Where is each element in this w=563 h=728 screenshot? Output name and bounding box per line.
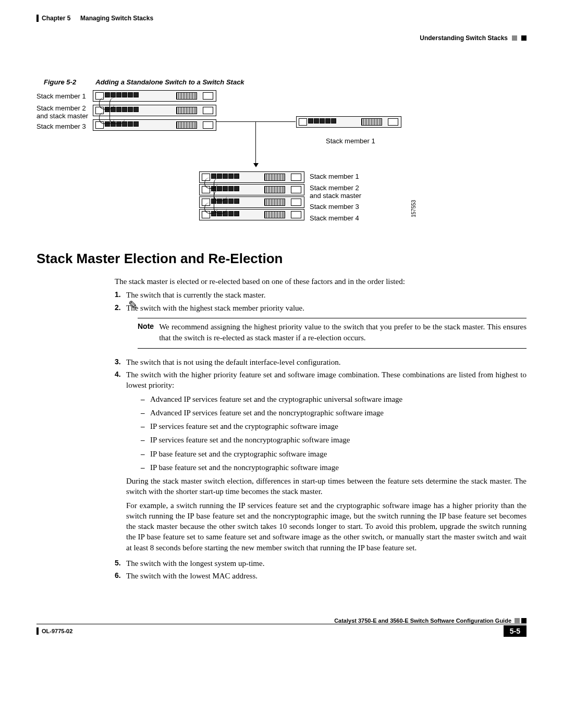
- label-bottom-1: Stack member 1: [310, 172, 359, 180]
- note-pencil-icon: ✎: [128, 298, 527, 313]
- label-bottom-2b: and stack master: [310, 192, 361, 200]
- dash-item: –Advanced IP services feature set and th…: [141, 408, 527, 418]
- arrow-down-icon: [253, 163, 259, 167]
- dash-item: –IP base feature set and the noncryptogr…: [141, 462, 527, 473]
- drawing-id: 157553: [411, 200, 417, 217]
- intro-paragraph: The stack master is elected or re-electe…: [115, 276, 527, 287]
- header-square-light: [512, 35, 517, 41]
- list-item: 2. The switch with the highest stack mem…: [115, 303, 527, 349]
- label-stack-member-1-left: Stack member 1: [36, 92, 86, 100]
- note-block: Note We recommend assigning the highest …: [138, 318, 527, 343]
- page-footer: Catalyst 3750-E and 3560-E Switch Softwa…: [36, 618, 527, 637]
- paragraph: For example, a switch running the IP ser…: [126, 500, 527, 553]
- header-square-dark: [521, 35, 527, 41]
- chapter-number: Chapter 5: [42, 15, 70, 22]
- label-bottom-4: Stack member 4: [310, 214, 359, 222]
- diagram-line-h: [216, 121, 296, 122]
- paragraph: During the stack master switch election,…: [126, 476, 527, 497]
- section-title: Understanding Switch Stacks: [420, 34, 508, 42]
- header-rule-left: [36, 15, 39, 22]
- footer-square-dark: [521, 618, 527, 623]
- label-standalone: Stack member 1: [326, 137, 375, 145]
- list-text: The switch that is not using the default…: [126, 357, 527, 367]
- footer-rule-left: [36, 627, 39, 635]
- note-text: We recommend assigning the highest prior…: [159, 322, 527, 343]
- dash-item: –IP services feature set and the noncryp…: [141, 435, 527, 445]
- body-content: The stack master is elected or re-electe…: [115, 276, 527, 581]
- note-label: Note: [138, 322, 154, 343]
- footer-square-light: [515, 618, 520, 623]
- label-stack-member-3-left: Stack member 3: [36, 122, 86, 130]
- chapter-title: Managing Switch Stacks: [80, 15, 153, 22]
- dash-item: –IP services feature set and the cryptog…: [141, 421, 527, 431]
- label-stack-master-left: and stack master: [36, 112, 88, 120]
- ordered-list: 1. The switch that is currently the stac…: [115, 290, 527, 581]
- list-text: The switch with the longest system up-ti…: [126, 558, 527, 569]
- dash-item: –Advanced IP services feature set and th…: [141, 394, 527, 404]
- list-item: 4. The switch with the higher priority f…: [115, 369, 527, 556]
- figure-number: Figure 5-2: [44, 78, 76, 86]
- list-item: 3. The switch that is not using the defa…: [115, 357, 527, 367]
- list-text: The switch with the lowest MAC address.: [126, 571, 527, 581]
- diagram-line-v: [255, 121, 256, 164]
- label-stack-member-2-left: Stack member 2: [36, 104, 86, 112]
- footer-doc-id: OL-9775-02: [42, 628, 72, 634]
- page-number: 5-5: [504, 625, 527, 637]
- list-item: 5. The switch with the longest system up…: [115, 558, 527, 569]
- section-heading: Stack Master Election and Re-Election: [36, 251, 527, 267]
- figure-title: Adding a Standalone Switch to a Switch S…: [95, 78, 244, 86]
- figure-caption: Figure 5-2 Adding a Standalone Switch to…: [44, 78, 527, 86]
- label-bottom-3: Stack member 3: [310, 203, 359, 211]
- list-item: 6. The switch with the lowest MAC addres…: [115, 571, 527, 581]
- switch-right-standalone: [296, 116, 401, 128]
- footer-guide-title: Catalyst 3750-E and 3560-E Switch Softwa…: [36, 618, 515, 624]
- figure-diagram: Stack member 1 Stack member 2 and stack …: [36, 89, 527, 230]
- label-bottom-2a: Stack member 2: [310, 184, 359, 192]
- list-text: The switch with the higher priority feat…: [126, 371, 527, 389]
- dash-item: –IP base feature set and the cryptograph…: [141, 449, 527, 459]
- page-header: Chapter 5 Managing Switch Stacks: [36, 15, 527, 22]
- dash-list: –Advanced IP services feature set and th…: [141, 394, 527, 473]
